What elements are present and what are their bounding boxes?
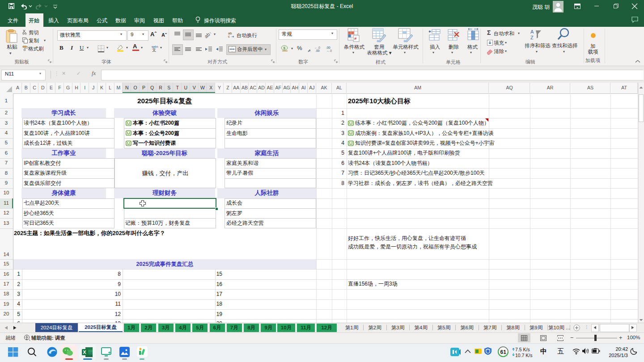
svg-text:X: X [83,349,86,355]
svg-text:$: $ [284,46,286,50]
svg-text:→.0: →.0 [326,49,332,52]
svg-text:.00: .00 [315,49,320,52]
svg-text:Z: Z [530,35,534,40]
svg-text:.00: .00 [326,46,330,49]
svg-text:c: c [228,34,230,38]
svg-text:≠: ≠ [354,36,357,41]
svg-text:61: 61 [500,349,507,355]
svg-text:A: A [530,29,534,34]
svg-text:文: 文 [152,48,156,52]
svg-text:←.0: ←.0 [314,46,320,49]
